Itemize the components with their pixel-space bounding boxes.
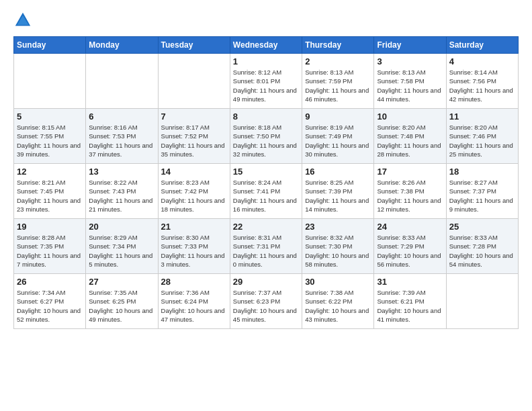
calendar-cell: 1Sunrise: 8:12 AMSunset: 8:01 PMDaylight… <box>230 54 302 109</box>
calendar-header-saturday: Saturday <box>446 37 518 54</box>
day-number: 1 <box>233 56 299 66</box>
day-number: 29 <box>233 277 299 287</box>
day-info: Sunrise: 8:13 AMSunset: 7:58 PMDaylight:… <box>377 68 441 103</box>
calendar-cell: 8Sunrise: 8:18 AMSunset: 7:50 PMDaylight… <box>230 109 302 164</box>
day-number: 9 <box>305 111 371 122</box>
day-number: 16 <box>305 167 371 177</box>
day-number: 3 <box>377 56 443 66</box>
day-number: 5 <box>17 111 83 122</box>
day-info: Sunrise: 8:24 AMSunset: 7:41 PMDaylight:… <box>233 179 297 213</box>
day-number: 30 <box>305 277 371 287</box>
day-info: Sunrise: 8:20 AMSunset: 7:48 PMDaylight:… <box>377 124 441 158</box>
day-number: 11 <box>449 111 515 122</box>
day-info: Sunrise: 8:27 AMSunset: 7:37 PMDaylight:… <box>449 179 513 213</box>
calendar-cell: 11Sunrise: 8:20 AMSunset: 7:46 PMDayligh… <box>446 109 518 164</box>
day-number: 7 <box>161 111 227 122</box>
calendar-cell: 7Sunrise: 8:17 AMSunset: 7:52 PMDaylight… <box>158 109 230 164</box>
calendar-cell: 15Sunrise: 8:24 AMSunset: 7:41 PMDayligh… <box>230 164 302 219</box>
calendar-week-row: 5Sunrise: 8:15 AMSunset: 7:55 PMDaylight… <box>14 109 519 164</box>
calendar: SundayMondayTuesdayWednesdayThursdayFrid… <box>13 36 519 329</box>
calendar-cell: 21Sunrise: 8:30 AMSunset: 7:33 PMDayligh… <box>158 219 230 274</box>
calendar-cell: 31Sunrise: 7:39 AMSunset: 6:21 PMDayligh… <box>374 274 446 329</box>
calendar-cell: 13Sunrise: 8:22 AMSunset: 7:43 PMDayligh… <box>86 164 158 219</box>
calendar-cell: 4Sunrise: 8:14 AMSunset: 7:56 PMDaylight… <box>446 54 518 109</box>
day-number: 28 <box>161 277 227 287</box>
day-number: 31 <box>377 277 443 287</box>
day-info: Sunrise: 7:38 AMSunset: 6:22 PMDaylight:… <box>305 289 369 323</box>
calendar-cell: 3Sunrise: 8:13 AMSunset: 7:58 PMDaylight… <box>374 54 446 109</box>
calendar-cell <box>446 274 518 329</box>
calendar-week-row: 19Sunrise: 8:28 AMSunset: 7:35 PMDayligh… <box>14 219 519 274</box>
calendar-week-row: 12Sunrise: 8:21 AMSunset: 7:45 PMDayligh… <box>14 164 519 219</box>
day-number: 18 <box>449 167 515 177</box>
logo-icon <box>13 11 32 30</box>
day-info: Sunrise: 7:36 AMSunset: 6:24 PMDaylight:… <box>161 289 225 323</box>
calendar-cell: 5Sunrise: 8:15 AMSunset: 7:55 PMDaylight… <box>14 109 86 164</box>
day-info: Sunrise: 8:14 AMSunset: 7:56 PMDaylight:… <box>449 68 513 103</box>
calendar-cell: 2Sunrise: 8:13 AMSunset: 7:59 PMDaylight… <box>302 54 374 109</box>
calendar-header-tuesday: Tuesday <box>158 37 230 54</box>
day-info: Sunrise: 8:30 AMSunset: 7:33 PMDaylight:… <box>161 234 225 268</box>
day-info: Sunrise: 8:32 AMSunset: 7:30 PMDaylight:… <box>305 234 369 268</box>
day-number: 19 <box>17 222 83 232</box>
calendar-cell: 25Sunrise: 8:33 AMSunset: 7:28 PMDayligh… <box>446 219 518 274</box>
calendar-header-wednesday: Wednesday <box>230 37 302 54</box>
page: SundayMondayTuesdayWednesdayThursdayFrid… <box>0 0 532 411</box>
day-number: 13 <box>89 167 154 177</box>
day-info: Sunrise: 8:12 AMSunset: 8:01 PMDaylight:… <box>233 68 297 103</box>
day-number: 6 <box>89 111 154 122</box>
day-info: Sunrise: 8:21 AMSunset: 7:45 PMDaylight:… <box>17 179 81 213</box>
logo <box>13 11 34 30</box>
day-info: Sunrise: 8:33 AMSunset: 7:28 PMDaylight:… <box>449 234 513 268</box>
day-info: Sunrise: 7:39 AMSunset: 6:21 PMDaylight:… <box>377 289 441 323</box>
day-number: 24 <box>377 222 443 232</box>
day-info: Sunrise: 8:31 AMSunset: 7:31 PMDaylight:… <box>233 234 297 268</box>
calendar-header-row: SundayMondayTuesdayWednesdayThursdayFrid… <box>14 37 519 54</box>
day-number: 17 <box>377 167 443 177</box>
calendar-cell: 23Sunrise: 8:32 AMSunset: 7:30 PMDayligh… <box>302 219 374 274</box>
day-info: Sunrise: 8:20 AMSunset: 7:46 PMDaylight:… <box>449 124 513 158</box>
calendar-cell <box>158 54 230 109</box>
calendar-cell: 27Sunrise: 7:35 AMSunset: 6:25 PMDayligh… <box>86 274 158 329</box>
calendar-cell: 12Sunrise: 8:21 AMSunset: 7:45 PMDayligh… <box>14 164 86 219</box>
day-number: 10 <box>377 111 443 122</box>
calendar-cell: 10Sunrise: 8:20 AMSunset: 7:48 PMDayligh… <box>374 109 446 164</box>
calendar-cell: 28Sunrise: 7:36 AMSunset: 6:24 PMDayligh… <box>158 274 230 329</box>
calendar-header-monday: Monday <box>86 37 158 54</box>
calendar-cell: 19Sunrise: 8:28 AMSunset: 7:35 PMDayligh… <box>14 219 86 274</box>
day-info: Sunrise: 8:13 AMSunset: 7:59 PMDaylight:… <box>305 68 369 103</box>
calendar-cell: 22Sunrise: 8:31 AMSunset: 7:31 PMDayligh… <box>230 219 302 274</box>
day-number: 2 <box>305 56 371 66</box>
day-info: Sunrise: 8:33 AMSunset: 7:29 PMDaylight:… <box>377 234 441 268</box>
day-number: 21 <box>161 222 227 232</box>
day-info: Sunrise: 7:34 AMSunset: 6:27 PMDaylight:… <box>17 289 81 323</box>
day-number: 12 <box>17 167 83 177</box>
day-info: Sunrise: 8:25 AMSunset: 7:39 PMDaylight:… <box>305 179 369 213</box>
calendar-cell: 9Sunrise: 8:19 AMSunset: 7:49 PMDaylight… <box>302 109 374 164</box>
calendar-cell <box>14 54 86 109</box>
day-info: Sunrise: 7:35 AMSunset: 6:25 PMDaylight:… <box>89 289 152 323</box>
calendar-cell: 24Sunrise: 8:33 AMSunset: 7:29 PMDayligh… <box>374 219 446 274</box>
day-info: Sunrise: 8:28 AMSunset: 7:35 PMDaylight:… <box>17 234 81 268</box>
day-info: Sunrise: 8:18 AMSunset: 7:50 PMDaylight:… <box>233 124 297 158</box>
calendar-week-row: 1Sunrise: 8:12 AMSunset: 8:01 PMDaylight… <box>14 54 519 109</box>
day-info: Sunrise: 8:23 AMSunset: 7:42 PMDaylight:… <box>161 179 225 213</box>
day-info: Sunrise: 8:15 AMSunset: 7:55 PMDaylight:… <box>17 124 81 158</box>
day-info: Sunrise: 8:22 AMSunset: 7:43 PMDaylight:… <box>89 179 152 213</box>
day-number: 14 <box>161 167 227 177</box>
calendar-header-friday: Friday <box>374 37 446 54</box>
header <box>13 11 519 30</box>
day-number: 20 <box>89 222 154 232</box>
calendar-cell: 6Sunrise: 8:16 AMSunset: 7:53 PMDaylight… <box>86 109 158 164</box>
calendar-week-row: 26Sunrise: 7:34 AMSunset: 6:27 PMDayligh… <box>14 274 519 329</box>
calendar-cell: 17Sunrise: 8:26 AMSunset: 7:38 PMDayligh… <box>374 164 446 219</box>
day-info: Sunrise: 8:29 AMSunset: 7:34 PMDaylight:… <box>89 234 152 268</box>
day-number: 27 <box>89 277 154 287</box>
calendar-cell: 26Sunrise: 7:34 AMSunset: 6:27 PMDayligh… <box>14 274 86 329</box>
day-number: 8 <box>233 111 299 122</box>
day-number: 26 <box>17 277 83 287</box>
day-number: 23 <box>305 222 371 232</box>
day-info: Sunrise: 8:16 AMSunset: 7:53 PMDaylight:… <box>89 124 152 158</box>
day-number: 4 <box>449 56 515 66</box>
calendar-cell: 29Sunrise: 7:37 AMSunset: 6:23 PMDayligh… <box>230 274 302 329</box>
